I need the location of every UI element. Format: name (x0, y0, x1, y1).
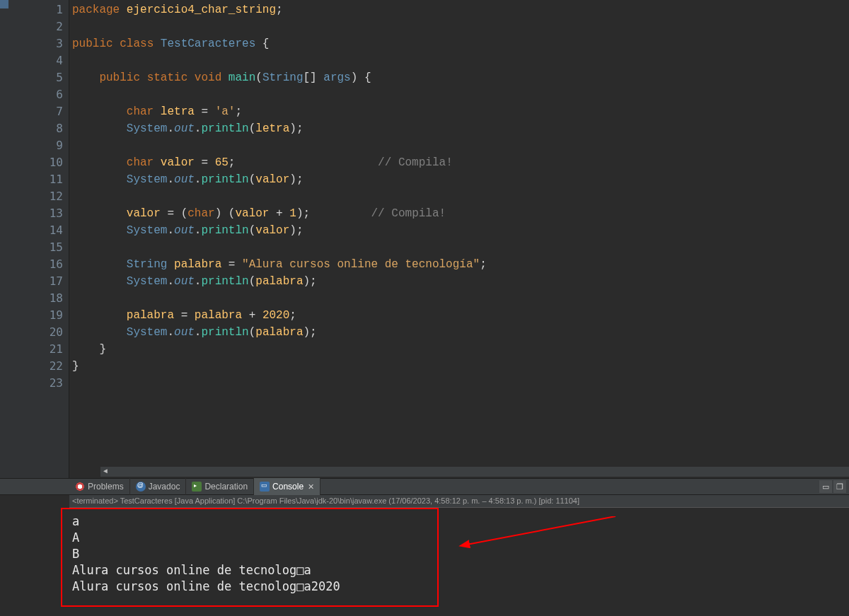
code-line[interactable]: } (72, 358, 849, 375)
tab-label: Problems (88, 482, 124, 492)
code-editor[interactable]: 1234567891011121314151617181920212223 pa… (0, 0, 849, 478)
console-tab-icon (260, 482, 270, 492)
tab-label: Declaration (204, 482, 248, 492)
line-number: 4 (37, 52, 69, 69)
code-line[interactable]: valor = (char) (valor + 1); // Compila! (72, 205, 849, 222)
line-number: 8 (37, 120, 69, 137)
code-line[interactable]: public class TestCaracteres { (72, 35, 849, 52)
line-number: 18 (37, 290, 69, 307)
code-line[interactable] (72, 137, 849, 154)
line-number: 14 (37, 222, 69, 239)
bottom-panel-tabs: ProblemsJavadocDeclarationConsole✕ ▭ ❐ (0, 478, 849, 495)
line-number: 6 (37, 86, 69, 103)
line-number: 19 (37, 307, 69, 324)
ruler-marker-icon (0, 0, 8, 8)
javadoc-tab-icon (136, 482, 146, 492)
line-number: 15 (37, 239, 69, 256)
console-status-text: <terminated> TestCaracteres [Java Applic… (72, 496, 579, 505)
code-line[interactable]: System.out.println(palabra); (72, 324, 849, 341)
line-number: 5 (37, 69, 69, 86)
line-number: 11 (37, 171, 69, 188)
tab-console[interactable]: Console✕ (254, 478, 320, 495)
line-number: 10 (37, 154, 69, 171)
code-line[interactable] (72, 86, 849, 103)
problems-tab-icon (75, 482, 85, 492)
editor-ruler: 1234567891011121314151617181920212223 (0, 0, 69, 478)
console-output[interactable]: a A B Alura cursos online de tecnolog□a … (69, 508, 849, 616)
line-number: 12 (37, 188, 69, 205)
code-line[interactable]: palabra = palabra + 2020; (72, 307, 849, 324)
line-number: 20 (37, 324, 69, 341)
code-line[interactable]: System.out.println(valor); (72, 222, 849, 239)
minimize-panel-button[interactable]: ▭ (819, 480, 832, 493)
code-content[interactable]: package ejercicio4_char_string; public c… (69, 0, 849, 478)
code-line[interactable] (72, 239, 849, 256)
line-number: 9 (37, 137, 69, 154)
declaration-tab-icon (192, 482, 202, 492)
console-status: <terminated> TestCaracteres [Java Applic… (69, 495, 849, 508)
code-line[interactable]: char letra = 'a'; (72, 103, 849, 120)
code-line[interactable] (72, 52, 849, 69)
scroll-left-arrow-icon[interactable]: ◄ (103, 467, 108, 475)
code-line[interactable]: } (72, 341, 849, 358)
line-number: 2 (37, 18, 69, 35)
code-line[interactable]: char valor = 65; // Compila! (72, 154, 849, 171)
code-line[interactable]: public static void main(String[] args) { (72, 69, 849, 86)
line-number: 7 (37, 103, 69, 120)
code-line[interactable] (72, 18, 849, 35)
code-line[interactable]: package ejercicio4_char_string; (72, 1, 849, 18)
code-line[interactable]: String palabra = "Alura cursos online de… (72, 256, 849, 273)
horizontal-scrollbar[interactable]: ◄ (100, 467, 849, 477)
tab-javadoc[interactable]: Javadoc (130, 478, 187, 495)
line-number: 3 (37, 35, 69, 52)
code-line[interactable] (72, 375, 849, 392)
line-number: 21 (37, 341, 69, 358)
line-number: 23 (37, 375, 69, 392)
tab-label: Javadoc (149, 482, 180, 492)
code-line[interactable]: System.out.println(palabra); (72, 273, 849, 290)
line-number: 13 (37, 205, 69, 222)
line-number: 16 (37, 256, 69, 273)
close-tab-icon[interactable]: ✕ (308, 482, 314, 492)
code-line[interactable]: System.out.println(valor); (72, 171, 849, 188)
code-line[interactable] (72, 188, 849, 205)
tab-problems[interactable]: Problems (69, 478, 130, 495)
maximize-panel-button[interactable]: ❐ (833, 480, 846, 493)
line-number: 22 (37, 358, 69, 375)
line-number-gutter: 1234567891011121314151617181920212223 (37, 0, 69, 478)
tab-declaration[interactable]: Declaration (186, 478, 254, 495)
code-line[interactable] (72, 290, 849, 307)
line-number: 1 (37, 1, 69, 18)
line-number: 17 (37, 273, 69, 290)
tab-label: Console (272, 482, 304, 492)
code-line[interactable]: System.out.println(letra); (72, 120, 849, 137)
